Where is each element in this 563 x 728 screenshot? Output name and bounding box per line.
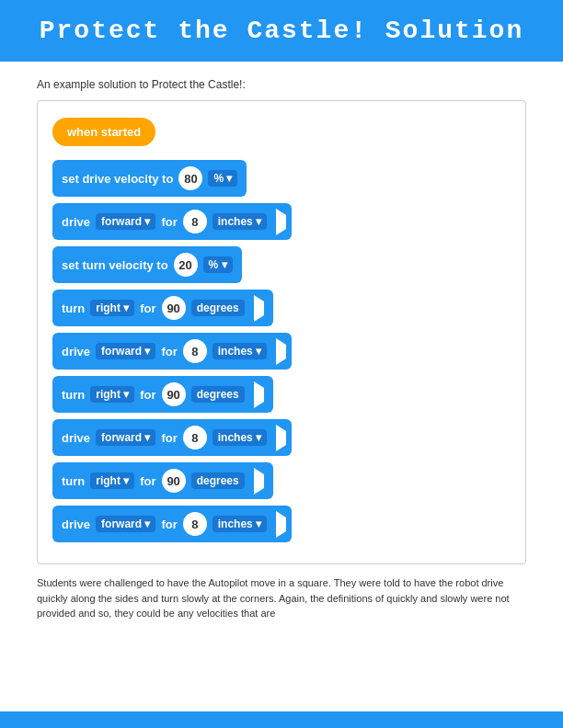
drive-value-3: 8	[183, 426, 207, 449]
drive-velocity-unit[interactable]: % ▾	[208, 170, 237, 187]
turn-play-1[interactable]	[254, 301, 264, 315]
drive-block-2: drive forward ▾ for 8 inches ▾	[52, 333, 511, 370]
drive-for-2: for	[161, 345, 177, 358]
set-turn-velocity-block: set turn velocity to 20 % ▾	[52, 246, 511, 283]
turn-unit-3[interactable]: degrees	[191, 472, 245, 489]
drive-direction-4[interactable]: forward ▾	[96, 516, 155, 532]
set-drive-velocity-label: set drive velocity to	[62, 172, 173, 186]
turn-direction-2[interactable]: right ▾	[90, 386, 134, 403]
drive-unit-4[interactable]: inches ▾	[213, 516, 267, 532]
drive-block-3: drive forward ▾ for 8 inches ▾	[52, 419, 511, 456]
drive-value-4: 8	[183, 512, 207, 536]
turn-block-1: turn right ▾ for 90 degrees	[52, 290, 511, 326]
drive-unit-3[interactable]: inches ▾	[213, 429, 267, 446]
drive-play-3[interactable]	[276, 431, 286, 445]
turn-value-3: 90	[162, 469, 186, 493]
intro-text: An example solution to Protect the Castl…	[37, 78, 526, 91]
drive-play-2[interactable]	[276, 345, 286, 358]
header-bar: Protect the Castle! Solution	[0, 0, 563, 62]
drive-direction-1[interactable]: forward ▾	[96, 213, 155, 230]
turn-direction-3[interactable]: right ▾	[90, 472, 134, 489]
drive-label-4: drive	[62, 518, 90, 531]
turn-value-1: 90	[162, 296, 186, 320]
drive-velocity-value: 80	[178, 166, 202, 190]
turn-direction-1[interactable]: right ▾	[90, 300, 134, 316]
turn-block-2: turn right ▾ for 90 degrees	[52, 376, 511, 413]
turn-unit-2[interactable]: degrees	[191, 386, 245, 403]
turn-unit-1[interactable]: degrees	[191, 300, 245, 316]
drive-play-4[interactable]	[276, 518, 286, 531]
page-title: Protect the Castle! Solution	[0, 17, 563, 45]
turn-for-1: for	[140, 301, 155, 315]
drive-value-1: 8	[183, 210, 207, 233]
turn-velocity-value: 20	[174, 253, 198, 277]
drive-for-4: for	[161, 518, 177, 531]
turn-value-2: 90	[162, 382, 186, 406]
when-started-label: when started	[52, 118, 155, 146]
drive-unit-2[interactable]: inches ▾	[213, 343, 267, 359]
drive-label-3: drive	[62, 431, 90, 445]
set-drive-velocity-block: set drive velocity to 80 % ▾	[52, 160, 511, 197]
turn-for-2: for	[140, 388, 155, 402]
drive-direction-3[interactable]: forward ▾	[96, 429, 155, 446]
when-started-block: when started	[52, 118, 511, 154]
drive-label-1: drive	[62, 215, 90, 229]
drive-label-2: drive	[62, 345, 90, 358]
drive-block-4: drive forward ▾ for 8 inches ▾	[52, 506, 511, 542]
drive-for-3: for	[161, 431, 177, 445]
drive-unit-1[interactable]: inches ▾	[213, 213, 267, 230]
drive-direction-2[interactable]: forward ▾	[96, 343, 155, 359]
code-canvas: when started set drive velocity to 80 % …	[37, 100, 526, 564]
turn-play-3[interactable]	[254, 474, 264, 488]
drive-play-1[interactable]	[276, 215, 286, 229]
drive-for-1: for	[161, 215, 177, 229]
set-turn-velocity-label: set turn velocity to	[62, 258, 168, 272]
turn-label-3: turn	[62, 474, 85, 488]
turn-velocity-unit[interactable]: % ▾	[203, 256, 233, 273]
turn-label-2: turn	[62, 388, 85, 402]
turn-for-3: for	[140, 474, 155, 488]
turn-label-1: turn	[62, 301, 85, 315]
bottom-bar	[0, 711, 563, 728]
drive-value-2: 8	[183, 339, 207, 363]
turn-block-3: turn right ▾ for 90 degrees	[52, 462, 511, 499]
drive-block-1: drive forward ▾ for 8 inches ▾	[52, 203, 511, 240]
footer-text: Students were challenged to have the Aut…	[37, 575, 526, 621]
turn-play-2[interactable]	[254, 388, 264, 402]
